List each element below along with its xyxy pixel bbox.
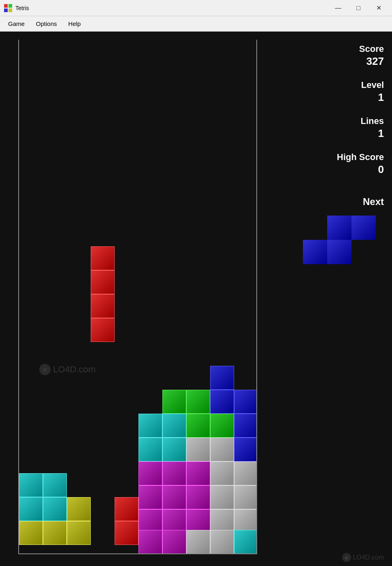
tetromino-cell xyxy=(43,473,67,497)
tetromino-cell xyxy=(186,485,210,509)
close-button[interactable]: ✕ xyxy=(369,2,388,15)
tetromino-cell xyxy=(162,390,186,414)
title-bar: Tetris — □ ✕ xyxy=(0,0,392,16)
watermark-board: ● LO4D.com xyxy=(39,364,96,375)
tetromino-cell xyxy=(210,366,234,390)
menu-options[interactable]: Options xyxy=(30,18,63,30)
tetromino-cell xyxy=(210,438,234,461)
tetromino-cell xyxy=(186,530,210,554)
sidebar: Score 327 Level 1 Lines 1 High Score 0 N… xyxy=(271,32,392,566)
tetromino-cell xyxy=(67,521,91,545)
tetromino-cell xyxy=(91,318,115,342)
svg-rect-3 xyxy=(9,9,12,12)
tetromino-cell xyxy=(115,497,138,521)
tetromino-cell xyxy=(234,485,257,509)
tetromino-cell xyxy=(138,530,162,554)
next-piece-preview xyxy=(303,216,384,268)
app-icon xyxy=(4,4,12,12)
tetromino-cell xyxy=(19,521,43,545)
tetromino-cell xyxy=(115,521,138,545)
lines-label: Lines xyxy=(361,116,384,126)
tetromino-cell xyxy=(210,485,234,509)
menu-bar: Game Options Help xyxy=(0,16,392,32)
tetromino-cell xyxy=(234,461,257,485)
tetromino-cell xyxy=(162,414,186,438)
maximize-button[interactable]: □ xyxy=(349,2,368,15)
score-label: Score xyxy=(359,44,384,54)
lines-value: 1 xyxy=(378,127,384,140)
tetromino-cell xyxy=(91,270,115,294)
minimize-button[interactable]: — xyxy=(329,2,347,15)
menu-game[interactable]: Game xyxy=(2,18,30,30)
tetromino-cell xyxy=(234,530,257,554)
tetromino-cell xyxy=(138,485,162,509)
next-cell xyxy=(327,216,352,240)
tetromino-cell xyxy=(43,497,67,521)
tetromino-cell xyxy=(67,497,91,521)
tetromino-cell xyxy=(210,461,234,485)
high-score-label: High Score xyxy=(337,152,384,162)
tetromino-cell xyxy=(138,438,162,461)
svg-rect-0 xyxy=(4,4,8,8)
game-board: ● LO4D.com xyxy=(18,40,257,554)
tetromino-cell xyxy=(138,461,162,485)
svg-rect-1 xyxy=(9,4,12,8)
tetromino-cell xyxy=(234,414,257,438)
tetromino-cell xyxy=(19,473,43,497)
tetromino-cell xyxy=(186,438,210,461)
menu-help[interactable]: Help xyxy=(63,18,87,30)
next-cell xyxy=(303,240,327,264)
tetromino-cell xyxy=(234,390,257,414)
tetromino-cell xyxy=(19,497,43,521)
tetromino-cell xyxy=(138,414,162,438)
level-value: 1 xyxy=(378,91,384,104)
board-wrapper: ● LO4D.com xyxy=(0,32,271,566)
tetromino-cell xyxy=(162,485,186,509)
tetromino-cell xyxy=(210,390,234,414)
tetromino-cell xyxy=(210,530,234,554)
tetromino-cell xyxy=(186,390,210,414)
next-label: Next xyxy=(279,196,384,207)
tetromino-cell xyxy=(234,438,257,461)
next-cell xyxy=(327,240,352,264)
game-container: ● LO4D.com Score 327 Level 1 Lines 1 Hig… xyxy=(0,32,392,566)
next-cell xyxy=(352,216,376,240)
tetromino-cell xyxy=(162,530,186,554)
level-label: Level xyxy=(361,80,384,90)
tetromino-cell xyxy=(43,521,67,545)
svg-rect-2 xyxy=(4,9,8,12)
score-value: 327 xyxy=(366,55,384,68)
high-score-value: 0 xyxy=(378,163,384,176)
tetromino-cell xyxy=(210,414,234,438)
tetromino-cell xyxy=(186,461,210,485)
window-title: Tetris xyxy=(15,5,329,11)
tetromino-cell xyxy=(162,461,186,485)
tetromino-cell xyxy=(162,438,186,461)
tetromino-cell xyxy=(91,294,115,318)
tetromino-cell xyxy=(91,246,115,270)
window-controls: — □ ✕ xyxy=(329,2,388,15)
watermark-bottom: ● LO4D.com xyxy=(342,553,384,562)
tetromino-cell xyxy=(186,414,210,438)
